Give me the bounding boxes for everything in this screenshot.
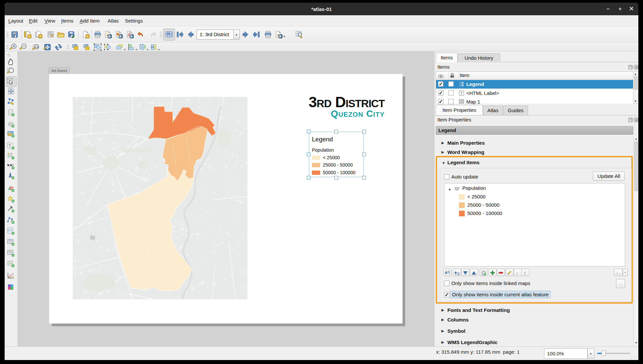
svg-text:Σ: Σ bbox=[524, 270, 526, 275]
svg-text:T: T bbox=[9, 143, 11, 148]
svg-text:ε: ε bbox=[516, 270, 518, 275]
svg-text:1:1: 1:1 bbox=[35, 46, 39, 48]
svg-text:ε: ε bbox=[616, 271, 618, 275]
svg-text:1,2: 1,2 bbox=[618, 273, 621, 275]
